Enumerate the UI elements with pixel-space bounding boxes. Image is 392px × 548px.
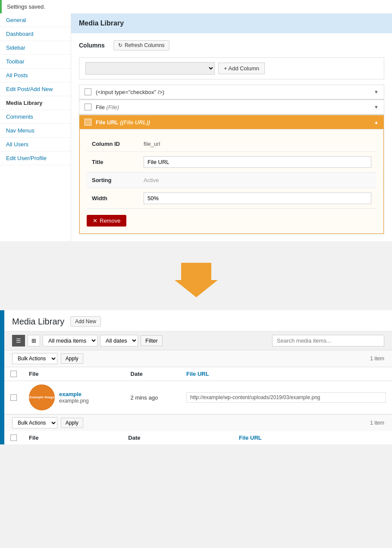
column-row-file-url: File URL ((File URL)) ▲ Column ID file_u… [79,115,384,234]
media-table: File Date File URL [4,367,392,414]
sidebar-item-general[interactable]: General [0,13,71,27]
tfoot-file[interactable]: File [23,431,122,444]
sidebar-item-media-library[interactable]: Media Library [0,96,71,110]
column-title-file: File (File) [96,104,374,110]
file-name-link[interactable]: example [59,391,89,397]
bulk-actions-select-top[interactable]: Bulk Actions [12,353,57,364]
columns-label: Columns [79,42,105,49]
chevron-up-icon: ▲ [374,120,379,125]
detail-row-width: Width [87,188,376,209]
grid-view-button[interactable]: ⊞ [28,335,40,346]
detail-row-title: Title [87,152,376,173]
page-wrapper: Media Library Add New ☰ ⊞ All media item… [0,310,392,444]
media-table-footer: File Date File URL [4,431,392,444]
media-library-section: Media Library Add New ☰ ⊞ All media item… [4,310,392,444]
filter-button[interactable]: Filter [141,335,163,346]
width-value-cell [138,188,376,209]
sidebar-item-nav-menus[interactable]: Nav Menus [0,124,71,138]
grid-view-icon: ⊞ [31,337,36,344]
column-row-header-file[interactable]: File (File) ▼ [79,100,384,114]
tfoot-file-url[interactable]: File URL [233,431,392,444]
filter-media-select[interactable]: All media items [43,335,97,346]
item-count-bottom: 1 item [370,420,384,426]
title-value-cell [138,152,376,173]
add-column-select[interactable] [85,62,215,75]
sidebar-item-edit-post[interactable]: Edit Post/Add New [0,82,71,96]
title-label: Title [87,152,138,173]
tfoot-date[interactable]: Date [122,431,233,444]
checkbox-icon [85,88,91,95]
file-thumbnail: Example Image [29,384,55,410]
column-list: (<input type="checkbox" />) ▼ File (File… [79,85,384,234]
search-input[interactable] [272,335,384,346]
file-url-value: http://example/wp-content/uploads/2019/0… [186,392,386,403]
column-row-header-checkbox[interactable]: (<input type="checkbox" />) ▼ [79,85,384,99]
content-area: Media Library Columns ↻ Refresh Columns … [71,13,392,241]
item-count-top: 1 item [370,356,384,362]
arrow-section [0,241,392,310]
list-view-icon: ☰ [16,337,21,344]
width-label: Width [87,188,138,209]
row-date-cell: 2 mins ago [125,381,180,414]
column-row-checkbox: (<input type="checkbox" />) ▼ [79,85,384,100]
ml-title: Media Library [12,317,64,327]
width-input[interactable] [144,192,371,204]
select-all-checkbox-footer[interactable] [10,435,17,441]
sidebar-item-edit-user[interactable]: Edit User/Profile [0,151,71,165]
add-column-row: + Add Column [79,57,384,79]
main-layout: General Dashboard Sidebar Toolbar All Po… [0,13,392,241]
settings-saved-bar: Settings saved. [0,0,392,13]
th-date[interactable]: Date [125,367,180,381]
sidebar-item-all-posts[interactable]: All Posts [0,69,71,82]
checkbox-icon-file-url [85,119,91,126]
sidebar-item-toolbar[interactable]: Toolbar [0,55,71,69]
add-column-button[interactable]: + Add Column [218,63,265,74]
column-id-label: Column ID [87,136,138,152]
chevron-down-icon-file: ▼ [374,104,379,110]
th-file-url[interactable]: File URL [180,367,392,381]
columns-section: Columns ↻ Refresh Columns + Add Column [71,33,392,241]
tfoot-checkbox [4,431,23,444]
sidebar-item-all-users[interactable]: All Users [0,138,71,151]
refresh-columns-button[interactable]: ↻ Refresh Columns [113,40,169,50]
filter-dates-select[interactable]: All dates [100,335,138,346]
sidebar-item-dashboard[interactable]: Dashboard [0,27,71,41]
detail-table: Column ID file_url Title Sorting [87,136,376,209]
title-input[interactable] [144,156,371,168]
sidebar-item-sidebar[interactable]: Sidebar [0,41,71,55]
sidebar: General Dashboard Sidebar Toolbar All Po… [0,13,71,241]
sidebar-item-comments[interactable]: Comments [0,110,71,124]
remove-button[interactable]: ✕ Remove [87,215,126,227]
detail-row-column-id: Column ID file_url [87,136,376,152]
refresh-icon: ↻ [118,42,122,48]
column-row-file: File (File) ▼ [79,100,384,115]
chevron-down-icon: ▼ [374,89,379,94]
add-new-button[interactable]: Add New [70,316,101,327]
columns-row: Columns ↻ Refresh Columns [79,40,384,50]
table-header-row: File Date File URL [4,367,392,381]
column-id-value: file_url [138,136,376,152]
apply-button-top[interactable]: Apply [61,353,83,364]
x-icon: ✕ [93,217,97,224]
sorting-value: Active [138,173,376,188]
ml-toolbar: ☰ ⊞ All media items All dates Filter [4,331,392,350]
sorting-label: Sorting [87,173,138,188]
column-row-header-file-url[interactable]: File URL ((File URL)) ▲ [79,115,384,129]
thumb-text: Example Image [29,395,54,400]
ml-actions-top: Bulk Actions Apply 1 item [4,350,392,367]
list-view-button[interactable]: ☰ [12,335,25,346]
down-arrow-icon [175,254,218,297]
select-all-checkbox[interactable] [10,371,17,377]
th-file[interactable]: File [23,367,125,381]
bulk-actions-select-bottom[interactable]: Bulk Actions [12,417,57,428]
detail-row-sorting: Sorting Active [87,173,376,188]
row-checkbox[interactable] [10,394,17,401]
ml-header: Media Library Add New [4,310,392,331]
row-checkbox-cell [4,381,23,414]
checkbox-icon-file [85,104,91,110]
apply-button-bottom[interactable]: Apply [61,418,83,428]
th-checkbox [4,367,23,381]
column-title-file-url: File URL ((File URL)) [96,119,374,126]
column-title-checkbox: (<input type="checkbox" />) [96,89,374,95]
table-footer-row: File Date File URL [4,431,392,444]
